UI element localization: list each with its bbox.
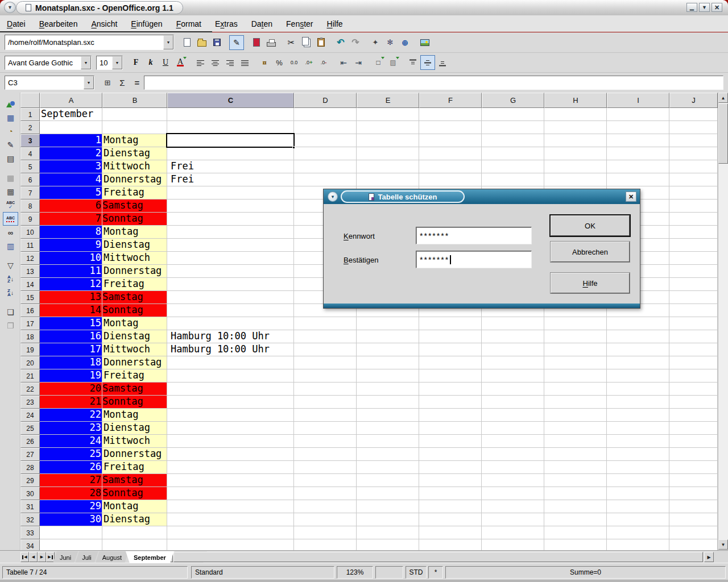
sort-ascending-icon[interactable]: AZ↓ <box>3 272 18 286</box>
row-header-30[interactable]: 30 <box>20 487 40 500</box>
borders-icon[interactable]: □ <box>371 55 386 70</box>
cell-H31[interactable] <box>544 500 607 513</box>
cell-I33[interactable] <box>607 526 669 539</box>
row-header-29[interactable]: 29 <box>20 474 40 487</box>
save-document-icon[interactable] <box>209 35 224 50</box>
page-style-field[interactable]: Standard <box>191 566 334 579</box>
column-header-h[interactable]: H <box>544 93 607 108</box>
row-header-13[interactable]: 13 <box>20 265 40 278</box>
row-header-24[interactable]: 24 <box>20 409 40 422</box>
cell-G5[interactable] <box>482 160 544 173</box>
font-name-dropdown-button[interactable] <box>81 56 91 69</box>
row-header-1[interactable]: 1 <box>20 108 40 121</box>
cell-I1[interactable] <box>607 108 669 121</box>
cell-G4[interactable] <box>482 147 544 160</box>
column-header-b[interactable]: B <box>102 93 167 108</box>
cell-B3[interactable]: Montag <box>102 134 167 147</box>
cell-C33[interactable] <box>167 526 294 539</box>
sheet-position-field[interactable]: Tabelle 7 / 24 <box>2 566 188 579</box>
cell-D21[interactable] <box>294 369 357 383</box>
cell-A31[interactable]: 29 <box>40 500 102 513</box>
group-icon[interactable]: ❏ <box>3 305 18 319</box>
cell-J8[interactable] <box>669 199 718 213</box>
cell-J7[interactable] <box>669 186 718 199</box>
cell-D18[interactable] <box>294 330 357 343</box>
row-header-6[interactable]: 6 <box>20 173 40 186</box>
cell-J22[interactable] <box>669 383 718 396</box>
cell-B25[interactable]: Dienstag <box>102 422 167 435</box>
align-justify-icon[interactable] <box>237 55 252 70</box>
ok-button[interactable]: OK <box>551 215 630 236</box>
cell-E29[interactable] <box>357 474 419 487</box>
row-header-20[interactable]: 20 <box>20 356 40 369</box>
minimize-button[interactable] <box>686 3 697 12</box>
cell-I18[interactable] <box>607 330 669 343</box>
cell-D3[interactable] <box>294 134 357 147</box>
cell-C22[interactable] <box>167 383 294 396</box>
cell-I20[interactable] <box>607 356 669 369</box>
italic-icon[interactable]: k <box>143 55 158 70</box>
cell-H27[interactable] <box>544 448 607 461</box>
form-functions-icon[interactable]: ▤ <box>3 152 18 165</box>
cell-J27[interactable] <box>669 448 718 461</box>
cell-F18[interactable] <box>419 330 482 343</box>
cell-I2[interactable] <box>607 121 669 134</box>
row-header-15[interactable]: 15 <box>20 291 40 304</box>
cell-H17[interactable] <box>544 317 607 330</box>
close-button[interactable] <box>712 3 722 12</box>
cell-C23[interactable] <box>167 396 294 409</box>
bold-icon[interactable]: F <box>129 55 143 70</box>
cell-H1[interactable] <box>544 108 607 121</box>
cell-D29[interactable] <box>294 474 357 487</box>
cell-H4[interactable] <box>544 147 607 160</box>
cell-B10[interactable]: Montag <box>102 226 167 239</box>
column-header-c[interactable]: C <box>167 93 294 108</box>
row-header-8[interactable]: 8 <box>20 199 40 213</box>
sheet-tab-juli[interactable]: Juli <box>75 551 98 563</box>
font-color-icon[interactable]: A <box>173 55 188 70</box>
menu-datei[interactable]: Datei <box>0 15 32 32</box>
cell-I34[interactable] <box>607 539 669 550</box>
scroll-down-button[interactable]: ▼ <box>718 539 728 550</box>
cell-E6[interactable] <box>357 173 419 186</box>
dialog-titlebar[interactable]: Tabelle schützen <box>324 189 640 204</box>
cell-B9[interactable]: Sonntag <box>102 213 167 226</box>
cell-J33[interactable] <box>669 526 718 539</box>
cell-D24[interactable] <box>294 409 357 422</box>
cell-G29[interactable] <box>482 474 544 487</box>
cell-E28[interactable] <box>357 461 419 474</box>
cell-D23[interactable] <box>294 396 357 409</box>
draw-functions-icon[interactable]: ✎ <box>3 138 18 152</box>
cell-I29[interactable] <box>607 474 669 487</box>
cell-B11[interactable]: Dienstag <box>102 239 167 252</box>
cell-B6[interactable]: Donnerstag <box>102 173 167 186</box>
name-box-dropdown-button[interactable] <box>84 76 94 89</box>
cell-reference-input[interactable] <box>5 76 84 89</box>
cell-A32[interactable]: 30 <box>40 513 102 526</box>
edit-file-icon[interactable]: ✎ <box>229 35 244 50</box>
cell-I17[interactable] <box>607 317 669 330</box>
cell-H32[interactable] <box>544 513 607 526</box>
cell-F29[interactable] <box>419 474 482 487</box>
cell-J1[interactable] <box>669 108 718 121</box>
menu-hilfe[interactable]: Hilfe <box>320 15 350 32</box>
cut-icon[interactable]: ✂ <box>284 35 299 50</box>
cell-G33[interactable] <box>482 526 544 539</box>
cell-C31[interactable] <box>167 500 294 513</box>
cell-A17[interactable]: 15 <box>40 317 102 330</box>
cell-A22[interactable]: 20 <box>40 383 102 396</box>
column-header-a[interactable]: A <box>40 93 102 108</box>
url-dropdown-button[interactable] <box>163 35 173 49</box>
row-header-10[interactable]: 10 <box>20 226 40 239</box>
cell-A12[interactable]: 10 <box>40 252 102 265</box>
cell-A14[interactable]: 12 <box>40 278 102 291</box>
cell-A13[interactable]: 11 <box>40 265 102 278</box>
row-header-33[interactable]: 33 <box>20 526 40 539</box>
tab-last-button[interactable]: ▶ <box>46 552 55 562</box>
row-header-19[interactable]: 19 <box>20 343 40 356</box>
cell-I23[interactable] <box>607 396 669 409</box>
cell-A24[interactable]: 22 <box>40 409 102 422</box>
sheet-tab-august[interactable]: August <box>96 551 129 563</box>
cell-C8[interactable] <box>167 199 294 213</box>
cell-A7[interactable]: 5 <box>40 186 102 199</box>
